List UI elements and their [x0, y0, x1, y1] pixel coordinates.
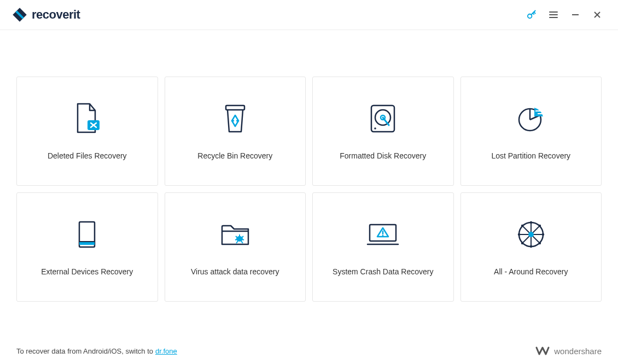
svg-point-44: [528, 232, 534, 237]
svg-rect-15: [226, 105, 244, 110]
svg-point-49: [521, 225, 523, 227]
svg-line-5: [533, 13, 534, 14]
svg-point-45: [530, 221, 532, 224]
svg-point-51: [539, 225, 541, 227]
minimize-icon: [571, 10, 580, 19]
close-icon: [593, 10, 602, 19]
card-label: External Devices Recovery: [41, 267, 133, 276]
external-device-icon: [76, 218, 98, 251]
card-label: Formatted Disk Recovery: [340, 151, 426, 160]
svg-line-32: [242, 239, 244, 240]
card-external-devices[interactable]: External Devices Recovery: [16, 192, 158, 302]
hamburger-menu-button[interactable]: [543, 4, 564, 26]
app-window: recoverit: [0, 0, 618, 364]
card-label: Recycle Bin Recovery: [197, 151, 272, 160]
svg-point-19: [374, 127, 376, 130]
recycle-bin-icon: [223, 102, 248, 135]
svg-line-34: [241, 241, 243, 243]
card-virus-attack[interactable]: Virus attack data recovery: [165, 192, 306, 302]
drfone-link[interactable]: dr.fone: [155, 347, 177, 355]
svg-line-33: [236, 241, 238, 243]
card-label: Deleted Files Recovery: [48, 151, 127, 160]
svg-line-31: [235, 239, 237, 240]
card-formatted-disk[interactable]: Formatted Disk Recovery: [312, 77, 454, 186]
minimize-button[interactable]: [564, 4, 586, 26]
svg-point-52: [521, 242, 523, 244]
svg-point-47: [518, 233, 520, 236]
wondershare-logo-icon: [535, 345, 550, 356]
disk-icon: [369, 102, 397, 135]
partition-icon: [516, 102, 546, 135]
card-deleted-files[interactable]: Deleted Files Recovery: [16, 77, 158, 186]
wondershare-brand: wondershare: [535, 345, 602, 356]
close-button[interactable]: [586, 4, 608, 26]
card-recycle-bin[interactable]: Recycle Bin Recovery: [165, 77, 306, 186]
svg-point-48: [542, 233, 544, 236]
logo-icon: [12, 7, 27, 22]
card-label: System Crash Data Recovery: [333, 267, 433, 276]
svg-line-30: [242, 236, 243, 238]
card-label: Lost Partition Recovery: [491, 151, 570, 160]
file-delete-icon: [73, 102, 101, 135]
key-icon: [526, 9, 537, 20]
footer-text: To recover data from Android/iOS, switch…: [16, 347, 153, 355]
recovery-mode-grid: Deleted Files Recovery: [16, 77, 602, 302]
card-label: Virus attack data recovery: [191, 267, 279, 276]
activate-key-button[interactable]: [521, 4, 543, 26]
svg-line-29: [236, 236, 237, 238]
footer: To recover data from Android/iOS, switch…: [0, 338, 618, 364]
menu-icon: [549, 10, 558, 20]
card-lost-partition[interactable]: Lost Partition Recovery: [460, 77, 602, 186]
main-content: Deleted Files Recovery: [0, 30, 618, 302]
app-logo: recoverit: [12, 7, 80, 22]
titlebar: recoverit: [0, 0, 618, 30]
card-label: All - Around Recovery: [494, 267, 568, 276]
svg-point-46: [530, 245, 532, 248]
svg-point-50: [539, 242, 541, 244]
svg-point-38: [382, 235, 384, 237]
wondershare-label: wondershare: [554, 347, 602, 356]
card-all-around[interactable]: All - Around Recovery: [460, 192, 602, 302]
system-crash-icon: [366, 218, 399, 251]
app-name: recoverit: [32, 8, 80, 22]
svg-line-4: [534, 12, 535, 14]
virus-folder-icon: [220, 218, 250, 251]
card-system-crash[interactable]: System Crash Data Recovery: [312, 192, 454, 302]
all-around-icon: [516, 218, 546, 251]
